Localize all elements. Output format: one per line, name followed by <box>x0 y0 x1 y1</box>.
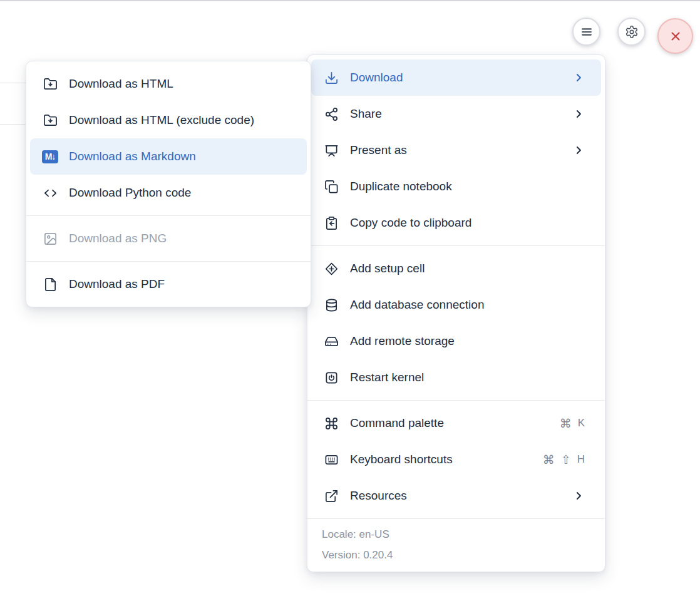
shortcut-keys: ⌘⇧H <box>543 453 585 467</box>
menu-item-download-as-pdf[interactable]: Download as PDF <box>30 266 307 302</box>
menu-item-label: Present as <box>350 143 562 157</box>
menu-item-label: Download <box>350 71 562 85</box>
database-icon <box>323 297 339 313</box>
notebook-actions-menu-items: DownloadSharePresent asDuplicate noteboo… <box>307 55 605 518</box>
menu-item-download-as-png: Download as PNG <box>30 220 307 257</box>
share-icon <box>323 106 339 122</box>
menu-group: Command palette⌘KKeyboard shortcuts⌘⇧HRe… <box>307 401 605 518</box>
shortcut-key: ⇧ <box>561 453 571 467</box>
markdown-badge: M↓ <box>42 150 58 163</box>
background-cell-border <box>0 83 26 83</box>
menu-item-download[interactable]: Download <box>311 59 601 96</box>
background-cell-border <box>0 124 26 125</box>
menu-item-label: Share <box>350 107 562 121</box>
menu-item-download-as-html[interactable]: Download as HTML <box>30 66 307 102</box>
menu-item-add-database-connection[interactable]: Add database connection <box>311 287 601 323</box>
chevron-right-icon <box>572 490 585 502</box>
menu-item-add-remote-storage[interactable]: Add remote storage <box>311 323 601 359</box>
locale-text: Locale: en-US <box>322 524 595 545</box>
menu-item-label: Download Python code <box>69 186 291 200</box>
shortcut-key: ⌘ <box>543 453 555 467</box>
menu-item-label: Resources <box>350 489 562 503</box>
menu-group: DownloadSharePresent asDuplicate noteboo… <box>307 55 605 245</box>
keyboard-icon <box>323 451 339 468</box>
menu-item-label: Add remote storage <box>350 334 585 348</box>
page-top-border <box>0 0 700 1</box>
menu-item-keyboard-shortcuts[interactable]: Keyboard shortcuts⌘⇧H <box>311 441 601 478</box>
hard-drive-icon <box>323 333 339 349</box>
markdown-icon: M↓ <box>42 148 58 165</box>
shortcut-keys: ⌘K <box>560 416 585 431</box>
gear-icon <box>625 25 639 39</box>
menu-group: Download as HTMLDownload as HTML (exclud… <box>26 61 311 215</box>
chevron-right-icon <box>572 108 585 120</box>
menu-item-label: Download as HTML (exclude code) <box>69 113 291 127</box>
shortcut-key: ⌘ <box>560 416 572 431</box>
code-icon <box>42 185 58 201</box>
shutdown-button[interactable] <box>657 18 693 54</box>
settings-button[interactable] <box>617 18 646 46</box>
menu-item-duplicate-notebook[interactable]: Duplicate notebook <box>311 168 601 205</box>
file-icon <box>42 276 58 292</box>
menu-item-download-python-code[interactable]: Download Python code <box>30 175 307 211</box>
image-icon <box>42 230 58 247</box>
menu-item-add-setup-cell[interactable]: Add setup cell <box>311 250 601 287</box>
download-submenu-items: Download as HTMLDownload as HTML (exclud… <box>26 61 311 307</box>
download-submenu: Download as HTMLDownload as HTML (exclud… <box>26 61 311 307</box>
menu-item-label: Keyboard shortcuts <box>350 453 532 466</box>
chevron-right-icon <box>572 71 585 84</box>
duplicate-icon <box>323 178 339 195</box>
menu-item-label: Add setup cell <box>350 262 585 275</box>
menu-item-copy-code-to-clipboard[interactable]: Copy code to clipboard <box>311 205 601 241</box>
menu-item-share[interactable]: Share <box>311 96 601 132</box>
menu-item-label: Download as PDF <box>69 277 291 291</box>
notebook-actions-menu: DownloadSharePresent asDuplicate noteboo… <box>307 54 605 572</box>
menu-item-label: Download as PNG <box>69 232 291 245</box>
menu-item-download-as-markdown[interactable]: M↓Download as Markdown <box>30 138 307 175</box>
app-canvas: DownloadSharePresent asDuplicate noteboo… <box>0 0 700 616</box>
version-text: Version: 0.20.4 <box>322 545 595 565</box>
hamburger-icon <box>580 25 594 39</box>
presentation-icon <box>323 142 339 158</box>
menu-item-label: Restart kernel <box>350 371 585 384</box>
command-icon <box>323 415 339 431</box>
menu-item-label: Add database connection <box>350 298 585 312</box>
folder-down-icon <box>42 76 58 92</box>
menu-group: Download as PNG <box>26 216 311 261</box>
menu-item-label: Copy code to clipboard <box>350 216 585 230</box>
menu-item-present-as[interactable]: Present as <box>311 132 601 168</box>
menu-item-label: Command palette <box>350 416 549 430</box>
menu-item-label: Download as Markdown <box>69 150 291 163</box>
notebook-menu-button[interactable] <box>572 18 600 46</box>
menu-footer: Locale: en-US Version: 0.20.4 <box>307 519 605 572</box>
download-icon <box>323 69 339 86</box>
menu-item-restart-kernel[interactable]: Restart kernel <box>311 359 601 396</box>
external-link-icon <box>323 488 339 504</box>
menu-item-download-as-html-exclude-code[interactable]: Download as HTML (exclude code) <box>30 102 307 138</box>
shortcut-key: K <box>578 417 585 429</box>
menu-item-command-palette[interactable]: Command palette⌘K <box>311 405 601 441</box>
menu-item-label: Download as HTML <box>69 77 291 91</box>
shortcut-key: H <box>577 453 585 466</box>
folder-down-icon <box>42 112 58 128</box>
diamond-plus-icon <box>323 260 339 277</box>
menu-item-resources[interactable]: Resources <box>311 478 601 514</box>
menu-item-label: Duplicate notebook <box>350 180 585 193</box>
clipboard-copy-icon <box>323 215 339 231</box>
chevron-right-icon <box>572 144 585 157</box>
menu-group: Download as PDF <box>26 262 311 307</box>
close-icon <box>668 29 683 44</box>
power-icon <box>323 369 339 386</box>
menu-group: Add setup cellAdd database connectionAdd… <box>307 246 605 400</box>
